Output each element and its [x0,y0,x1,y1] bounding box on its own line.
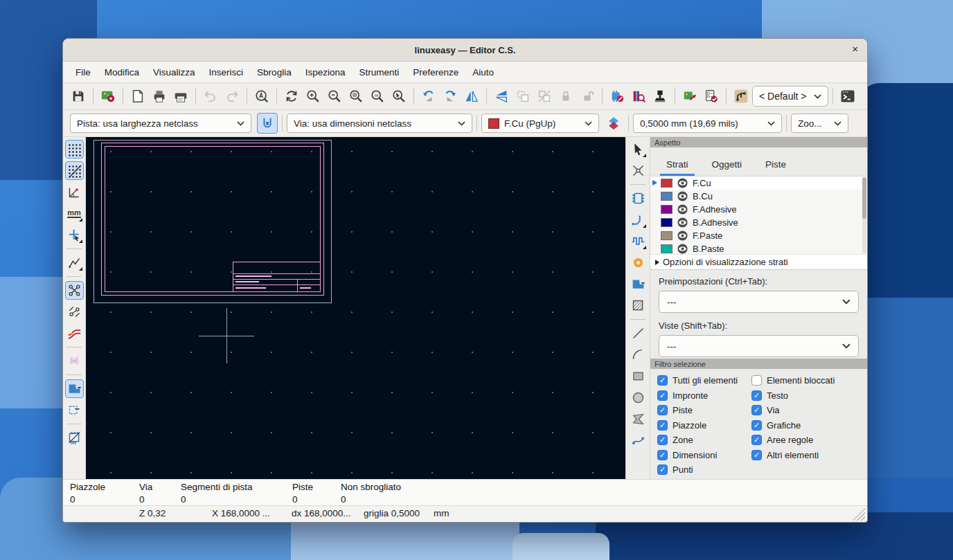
menu-visualizza[interactable]: Visualizza [146,67,202,78]
add-footprint-button[interactable] [629,189,648,208]
tab-piste[interactable]: Piste [754,153,798,176]
layer-row[interactable]: F.Paste [650,229,867,242]
draw-line-button[interactable] [629,324,648,343]
visibility-eye-icon[interactable] [677,204,688,215]
checkbox-icon[interactable] [657,375,668,386]
filter-checkbox[interactable]: Grafiche [751,420,860,431]
tune-length-button[interactable] [629,232,648,251]
save-button[interactable] [68,86,89,107]
find-button[interactable] [251,86,272,107]
visibility-eye-icon[interactable] [677,244,688,254]
menu-ispeziona[interactable]: Ispeziona [299,67,353,78]
draw-rectangle-button[interactable] [629,367,648,386]
filter-checkbox[interactable]: Aree regole [751,435,860,445]
redo-button[interactable] [222,86,242,107]
checkbox-icon[interactable] [751,375,762,386]
menu-strumenti[interactable]: Strumenti [352,67,406,78]
filter-checkbox[interactable]: Zone [657,435,751,445]
menu-file[interactable]: File [69,67,98,78]
via-size-dropdown[interactable]: Via: usa dimensioni netclass [287,114,472,133]
grid-dropdown[interactable]: 0,5000 mm (19,69 mils) [633,114,782,133]
scrollbar-thumb[interactable] [862,177,866,219]
checkbox-icon[interactable] [657,435,668,445]
grid-override-button[interactable] [65,161,84,180]
layer-dropdown[interactable]: F.Cu (PgUp) [481,114,599,133]
zone-fill-mode-button[interactable] [65,379,84,398]
tab-oggetti[interactable]: Oggetti [700,153,754,176]
filter-checkbox[interactable]: Impronte [657,390,751,401]
refresh-button[interactable] [281,86,302,107]
layer-row[interactable]: B.Paste [650,242,867,254]
auto-track-width-button[interactable] [257,113,278,134]
undo-button[interactable] [200,86,221,107]
rotate-ccw-button[interactable] [418,86,439,107]
sketch-footprints-button[interactable] [65,428,84,447]
visibility-eye-icon[interactable] [677,217,688,228]
menu-sbroglia[interactable]: Sbroglia [250,67,299,78]
visibility-eye-icon[interactable] [677,231,688,241]
tab-strati[interactable]: Strati [654,153,700,176]
checkbox-icon[interactable] [751,450,762,460]
checkbox-icon[interactable] [751,405,762,415]
layer-row[interactable]: F.Adhesive [650,203,867,216]
print-button[interactable] [149,86,170,107]
filter-checkbox[interactable]: Dimensioni [657,450,751,460]
filter-checkbox[interactable]: Altri elementi [751,450,860,460]
layer-color-swatch[interactable] [661,231,673,240]
footprint-editor-button[interactable] [607,86,627,107]
add-via-button[interactable] [629,253,648,272]
visibility-eye-icon[interactable] [677,178,688,188]
zoom-out-button[interactable] [324,86,345,107]
menu-inserisci[interactable]: Inserisci [202,67,251,78]
layer-color-swatch[interactable] [661,179,673,188]
select-tool-button[interactable] [629,140,648,159]
local-ratsnest-button[interactable] [65,302,84,321]
presets-dropdown[interactable]: --- [659,291,859,313]
draw-polygon-button[interactable] [629,410,648,428]
draw-circle-button[interactable] [629,388,648,407]
route-tracks-button[interactable] [629,210,648,229]
checkbox-icon[interactable] [751,435,762,445]
checkbox-icon[interactable] [657,405,668,415]
drc-button[interactable] [701,86,722,107]
board-setup-button[interactable] [98,86,118,107]
draw-bezier-button[interactable] [629,431,648,450]
pcb-canvas[interactable] [86,137,625,479]
grid-visibility-button[interactable] [65,140,84,159]
filter-checkbox[interactable]: Elementi bloccati [751,375,860,386]
unlock-button[interactable] [577,86,598,107]
draw-arc-button[interactable] [629,345,648,364]
views-dropdown[interactable]: --- [659,335,859,357]
layer-color-swatch[interactable] [661,192,673,201]
checkbox-icon[interactable] [751,420,762,431]
filter-checkbox[interactable]: Tutti gli elementi [657,375,751,386]
layers-scrollbar[interactable] [862,177,866,253]
layer-row[interactable]: B.Cu [650,190,867,203]
net-inspector-button[interactable] [731,86,751,107]
mirror-vertical-button[interactable] [491,86,512,107]
highlight-net-button[interactable] [629,161,648,180]
add-rule-area-button[interactable] [629,296,648,315]
ratsnest-mode-button[interactable] [65,253,84,272]
rotate-cw-button[interactable] [440,86,461,107]
close-button[interactable]: × [852,43,858,55]
show-ratsnest-button[interactable] [65,281,84,300]
zoom-in-button[interactable] [303,86,323,107]
filter-checkbox[interactable]: Testo [751,390,860,401]
visibility-eye-icon[interactable] [677,191,688,201]
zone-outline-mode-button[interactable] [65,401,84,419]
track-width-dropdown[interactable]: Pista: usa larghezza netclass [70,114,251,133]
layer-row[interactable]: B.Adhesive [650,216,867,229]
cursor-shape-button[interactable] [65,226,84,244]
filter-checkbox[interactable]: Via [751,405,860,415]
zoom-fit-objects-button[interactable] [367,86,388,107]
sketch-pads-button[interactable] [65,352,84,370]
scripting-console-button[interactable] [837,86,858,107]
menu-preferenze[interactable]: Preferenze [406,67,465,78]
ungroup-button[interactable] [534,86,555,107]
checkbox-icon[interactable] [657,450,668,460]
checkbox-icon[interactable] [751,390,762,401]
layer-color-swatch[interactable] [661,244,673,253]
plot-button[interactable] [170,86,191,107]
zoom-selection-button[interactable] [389,86,409,107]
